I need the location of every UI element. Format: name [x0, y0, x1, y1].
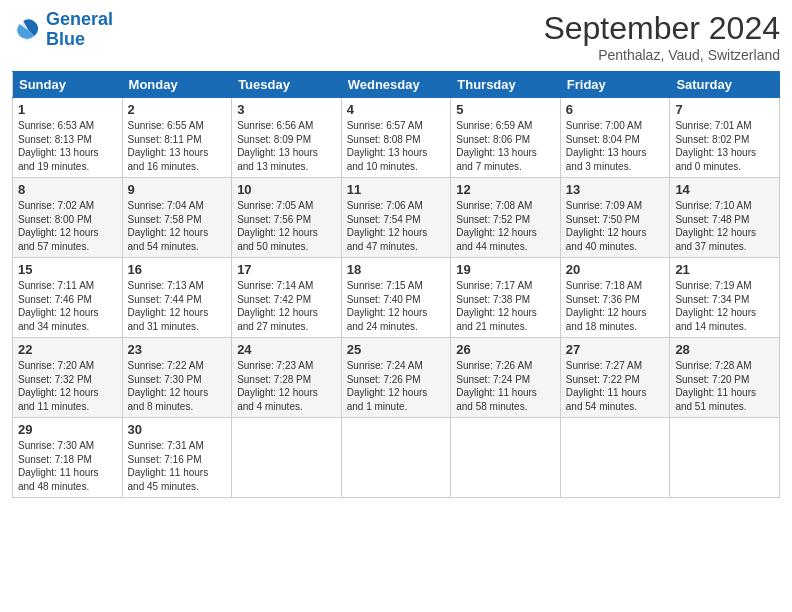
calendar-week-row: 22Sunrise: 7:20 AM Sunset: 7:32 PM Dayli… — [13, 338, 780, 418]
day-info: Sunrise: 7:31 AM Sunset: 7:16 PM Dayligh… — [128, 439, 227, 493]
title-block: September 2024 Penthalaz, Vaud, Switzerl… — [543, 10, 780, 63]
day-info: Sunrise: 7:20 AM Sunset: 7:32 PM Dayligh… — [18, 359, 117, 413]
day-number: 20 — [566, 262, 665, 277]
page-container: General Blue September 2024 Penthalaz, V… — [0, 0, 792, 508]
month-title: September 2024 — [543, 10, 780, 47]
col-saturday: Saturday — [670, 72, 780, 98]
day-info: Sunrise: 6:59 AM Sunset: 8:06 PM Dayligh… — [456, 119, 555, 173]
table-row: 7Sunrise: 7:01 AM Sunset: 8:02 PM Daylig… — [670, 98, 780, 178]
table-row: 9Sunrise: 7:04 AM Sunset: 7:58 PM Daylig… — [122, 178, 232, 258]
table-row: 12Sunrise: 7:08 AM Sunset: 7:52 PM Dayli… — [451, 178, 561, 258]
day-number: 30 — [128, 422, 227, 437]
table-row — [341, 418, 451, 498]
day-info: Sunrise: 7:11 AM Sunset: 7:46 PM Dayligh… — [18, 279, 117, 333]
day-info: Sunrise: 6:56 AM Sunset: 8:09 PM Dayligh… — [237, 119, 336, 173]
day-number: 18 — [347, 262, 446, 277]
col-friday: Friday — [560, 72, 670, 98]
table-row: 3Sunrise: 6:56 AM Sunset: 8:09 PM Daylig… — [232, 98, 342, 178]
day-number: 3 — [237, 102, 336, 117]
day-info: Sunrise: 7:15 AM Sunset: 7:40 PM Dayligh… — [347, 279, 446, 333]
logo-line1: General — [46, 9, 113, 29]
day-info: Sunrise: 7:27 AM Sunset: 7:22 PM Dayligh… — [566, 359, 665, 413]
day-number: 16 — [128, 262, 227, 277]
table-row: 1Sunrise: 6:53 AM Sunset: 8:13 PM Daylig… — [13, 98, 123, 178]
day-number: 8 — [18, 182, 117, 197]
table-row: 8Sunrise: 7:02 AM Sunset: 8:00 PM Daylig… — [13, 178, 123, 258]
day-info: Sunrise: 7:22 AM Sunset: 7:30 PM Dayligh… — [128, 359, 227, 413]
day-info: Sunrise: 6:55 AM Sunset: 8:11 PM Dayligh… — [128, 119, 227, 173]
table-row: 2Sunrise: 6:55 AM Sunset: 8:11 PM Daylig… — [122, 98, 232, 178]
day-number: 23 — [128, 342, 227, 357]
table-row: 6Sunrise: 7:00 AM Sunset: 8:04 PM Daylig… — [560, 98, 670, 178]
table-row: 16Sunrise: 7:13 AM Sunset: 7:44 PM Dayli… — [122, 258, 232, 338]
day-number: 13 — [566, 182, 665, 197]
day-number: 11 — [347, 182, 446, 197]
day-info: Sunrise: 7:02 AM Sunset: 8:00 PM Dayligh… — [18, 199, 117, 253]
day-number: 5 — [456, 102, 555, 117]
table-row: 23Sunrise: 7:22 AM Sunset: 7:30 PM Dayli… — [122, 338, 232, 418]
table-row — [451, 418, 561, 498]
day-info: Sunrise: 7:24 AM Sunset: 7:26 PM Dayligh… — [347, 359, 446, 413]
day-info: Sunrise: 7:01 AM Sunset: 8:02 PM Dayligh… — [675, 119, 774, 173]
table-row: 26Sunrise: 7:26 AM Sunset: 7:24 PM Dayli… — [451, 338, 561, 418]
table-row: 24Sunrise: 7:23 AM Sunset: 7:28 PM Dayli… — [232, 338, 342, 418]
day-number: 27 — [566, 342, 665, 357]
day-info: Sunrise: 7:28 AM Sunset: 7:20 PM Dayligh… — [675, 359, 774, 413]
day-number: 19 — [456, 262, 555, 277]
day-number: 28 — [675, 342, 774, 357]
location-subtitle: Penthalaz, Vaud, Switzerland — [543, 47, 780, 63]
day-info: Sunrise: 7:26 AM Sunset: 7:24 PM Dayligh… — [456, 359, 555, 413]
day-number: 1 — [18, 102, 117, 117]
weekday-header-row: Sunday Monday Tuesday Wednesday Thursday… — [13, 72, 780, 98]
table-row: 10Sunrise: 7:05 AM Sunset: 7:56 PM Dayli… — [232, 178, 342, 258]
day-number: 15 — [18, 262, 117, 277]
col-thursday: Thursday — [451, 72, 561, 98]
day-number: 24 — [237, 342, 336, 357]
table-row: 17Sunrise: 7:14 AM Sunset: 7:42 PM Dayli… — [232, 258, 342, 338]
day-number: 22 — [18, 342, 117, 357]
calendar-body: 1Sunrise: 6:53 AM Sunset: 8:13 PM Daylig… — [13, 98, 780, 498]
day-info: Sunrise: 7:18 AM Sunset: 7:36 PM Dayligh… — [566, 279, 665, 333]
day-number: 6 — [566, 102, 665, 117]
day-info: Sunrise: 7:05 AM Sunset: 7:56 PM Dayligh… — [237, 199, 336, 253]
day-info: Sunrise: 7:23 AM Sunset: 7:28 PM Dayligh… — [237, 359, 336, 413]
day-info: Sunrise: 7:17 AM Sunset: 7:38 PM Dayligh… — [456, 279, 555, 333]
calendar-table: Sunday Monday Tuesday Wednesday Thursday… — [12, 71, 780, 498]
day-number: 9 — [128, 182, 227, 197]
day-number: 2 — [128, 102, 227, 117]
table-row: 14Sunrise: 7:10 AM Sunset: 7:48 PM Dayli… — [670, 178, 780, 258]
table-row: 4Sunrise: 6:57 AM Sunset: 8:08 PM Daylig… — [341, 98, 451, 178]
table-row: 21Sunrise: 7:19 AM Sunset: 7:34 PM Dayli… — [670, 258, 780, 338]
table-row: 15Sunrise: 7:11 AM Sunset: 7:46 PM Dayli… — [13, 258, 123, 338]
day-info: Sunrise: 7:06 AM Sunset: 7:54 PM Dayligh… — [347, 199, 446, 253]
page-header: General Blue September 2024 Penthalaz, V… — [12, 10, 780, 63]
day-info: Sunrise: 7:00 AM Sunset: 8:04 PM Dayligh… — [566, 119, 665, 173]
table-row: 29Sunrise: 7:30 AM Sunset: 7:18 PM Dayli… — [13, 418, 123, 498]
day-info: Sunrise: 7:14 AM Sunset: 7:42 PM Dayligh… — [237, 279, 336, 333]
table-row — [232, 418, 342, 498]
table-row — [670, 418, 780, 498]
day-number: 29 — [18, 422, 117, 437]
table-row — [560, 418, 670, 498]
day-number: 25 — [347, 342, 446, 357]
col-wednesday: Wednesday — [341, 72, 451, 98]
logo-icon — [12, 15, 42, 45]
day-info: Sunrise: 6:53 AM Sunset: 8:13 PM Dayligh… — [18, 119, 117, 173]
day-info: Sunrise: 7:30 AM Sunset: 7:18 PM Dayligh… — [18, 439, 117, 493]
table-row: 25Sunrise: 7:24 AM Sunset: 7:26 PM Dayli… — [341, 338, 451, 418]
table-row: 27Sunrise: 7:27 AM Sunset: 7:22 PM Dayli… — [560, 338, 670, 418]
day-info: Sunrise: 7:08 AM Sunset: 7:52 PM Dayligh… — [456, 199, 555, 253]
day-number: 10 — [237, 182, 336, 197]
table-row: 28Sunrise: 7:28 AM Sunset: 7:20 PM Dayli… — [670, 338, 780, 418]
day-number: 7 — [675, 102, 774, 117]
calendar-week-row: 8Sunrise: 7:02 AM Sunset: 8:00 PM Daylig… — [13, 178, 780, 258]
table-row: 5Sunrise: 6:59 AM Sunset: 8:06 PM Daylig… — [451, 98, 561, 178]
day-number: 26 — [456, 342, 555, 357]
table-row: 20Sunrise: 7:18 AM Sunset: 7:36 PM Dayli… — [560, 258, 670, 338]
day-info: Sunrise: 7:13 AM Sunset: 7:44 PM Dayligh… — [128, 279, 227, 333]
table-row: 22Sunrise: 7:20 AM Sunset: 7:32 PM Dayli… — [13, 338, 123, 418]
table-row: 13Sunrise: 7:09 AM Sunset: 7:50 PM Dayli… — [560, 178, 670, 258]
day-number: 21 — [675, 262, 774, 277]
logo: General Blue — [12, 10, 113, 50]
logo-text: General Blue — [46, 10, 113, 50]
